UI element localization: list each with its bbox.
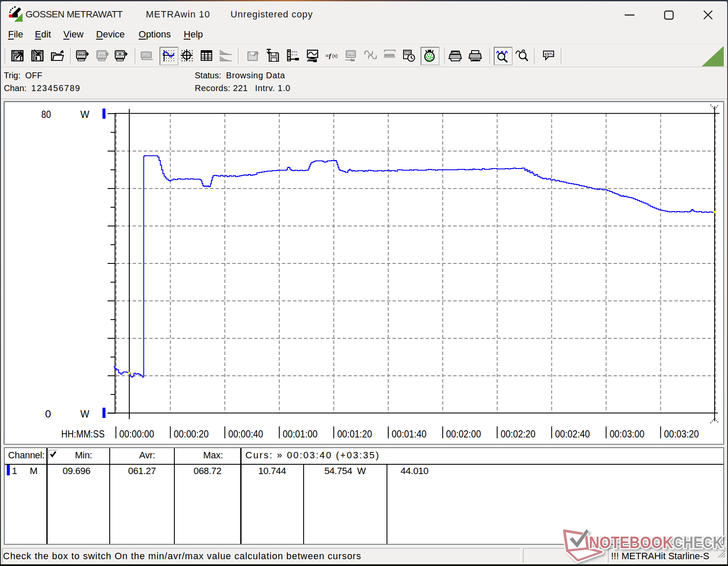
svg-text:NOTEBOOK: NOTEBOOK [589, 534, 673, 552]
svg-text:00:00:40: 00:00:40 [228, 428, 263, 440]
svg-text:00:00:20: 00:00:20 [174, 428, 209, 440]
svg-text:M: M [119, 52, 122, 56]
svg-text:00:01:00: 00:01:00 [283, 428, 318, 440]
svg-text:1257: 1257 [143, 54, 150, 57]
svg-text:W: W [80, 109, 89, 120]
svg-text:W: W [80, 408, 89, 420]
svg-text:(x): (x) [332, 53, 338, 58]
svg-text:00:01:20: 00:01:20 [337, 428, 372, 440]
svg-text:=f: =f [325, 52, 332, 59]
svg-text:>:<: >:< [291, 53, 298, 57]
svg-text:00:00:00: 00:00:00 [119, 428, 154, 440]
svg-text:0: 0 [45, 408, 51, 420]
svg-text:32!: 32! [99, 52, 104, 56]
svg-text:12: 12 [406, 52, 409, 55]
svg-text:HH:MM:SS: HH:MM:SS [61, 428, 105, 440]
svg-text:00:02:40: 00:02:40 [555, 428, 590, 440]
svg-text:1/2¾: 1/2¾ [544, 52, 554, 56]
svg-text:321: 321 [348, 52, 354, 56]
svg-text:00:03:20: 00:03:20 [664, 428, 699, 440]
svg-text:00:01:40: 00:01:40 [392, 428, 427, 440]
svg-text:CHECK: CHECK [673, 534, 723, 552]
svg-text:321: 321 [78, 52, 84, 56]
svg-text:80: 80 [41, 109, 51, 120]
svg-text:00:02:20: 00:02:20 [500, 428, 535, 440]
svg-text:00:02:00: 00:02:00 [446, 428, 481, 440]
svg-text:00:03:00: 00:03:00 [609, 428, 644, 440]
